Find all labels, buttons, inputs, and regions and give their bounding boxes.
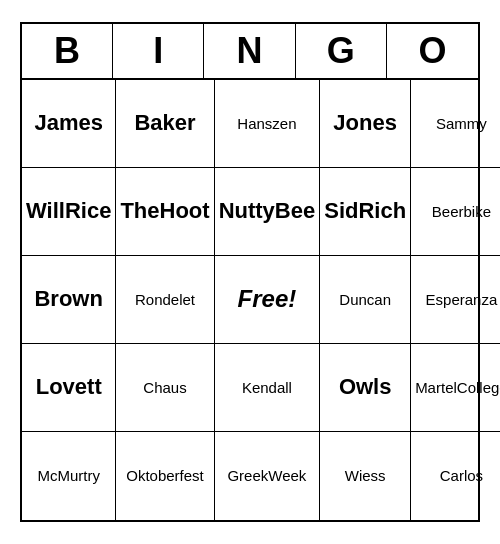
bingo-cell: Sammy [411, 80, 500, 168]
bingo-cell: Free! [215, 256, 321, 344]
bingo-cell: Esperanza [411, 256, 500, 344]
bingo-cell: Rondelet [116, 256, 214, 344]
bingo-cell: Owls [320, 344, 411, 432]
bingo-cell: Jones [320, 80, 411, 168]
bingo-cell: NuttyBee [215, 168, 321, 256]
bingo-cell: Kendall [215, 344, 321, 432]
bingo-header-letter: I [113, 24, 204, 78]
bingo-cell: Lovett [22, 344, 116, 432]
bingo-cell: Oktoberfest [116, 432, 214, 520]
bingo-cell: Duncan [320, 256, 411, 344]
bingo-cell: Brown [22, 256, 116, 344]
bingo-header-letter: B [22, 24, 113, 78]
bingo-cell: McMurtry [22, 432, 116, 520]
bingo-header-letter: G [296, 24, 387, 78]
bingo-cell: TheHoot [116, 168, 214, 256]
bingo-cell: Beerbike [411, 168, 500, 256]
bingo-cell: GreekWeek [215, 432, 321, 520]
bingo-cell: MartelCollege [411, 344, 500, 432]
bingo-grid: JamesBakerHanszenJonesSammyWillRiceTheHo… [22, 80, 478, 520]
bingo-cell: Wiess [320, 432, 411, 520]
bingo-header-letter: N [204, 24, 295, 78]
bingo-cell: Chaus [116, 344, 214, 432]
bingo-cell: James [22, 80, 116, 168]
bingo-header: BINGO [22, 24, 478, 80]
bingo-card: BINGO JamesBakerHanszenJonesSammyWillRic… [20, 22, 480, 522]
bingo-cell: Hanszen [215, 80, 321, 168]
bingo-cell: WillRice [22, 168, 116, 256]
bingo-cell: SidRich [320, 168, 411, 256]
bingo-cell: Baker [116, 80, 214, 168]
bingo-cell: Carlos [411, 432, 500, 520]
bingo-header-letter: O [387, 24, 478, 78]
